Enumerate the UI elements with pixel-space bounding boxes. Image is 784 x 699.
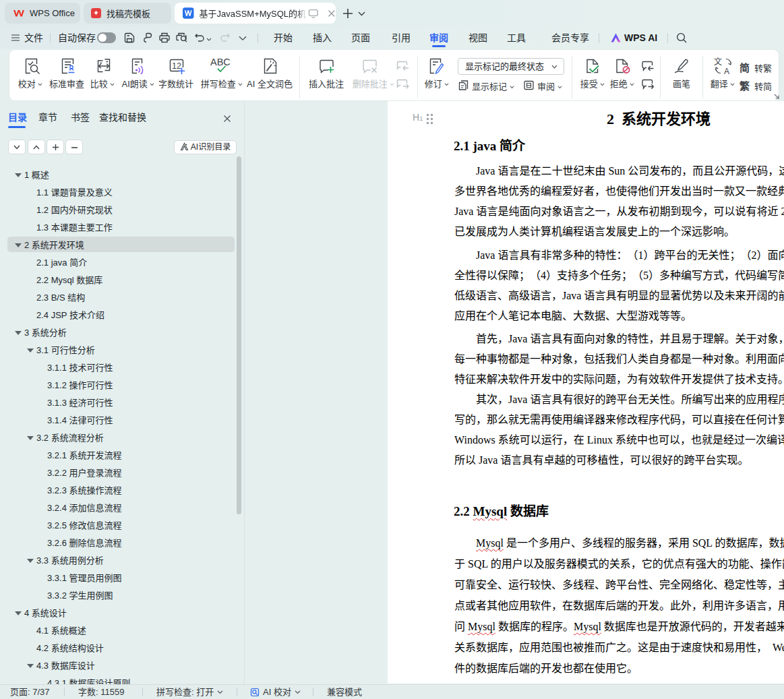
svg-text:文: 文	[714, 57, 722, 67]
svg-text:ABC: ABC	[210, 57, 231, 67]
svg-text:12: 12	[172, 61, 181, 71]
svg-text:A: A	[724, 67, 729, 75]
